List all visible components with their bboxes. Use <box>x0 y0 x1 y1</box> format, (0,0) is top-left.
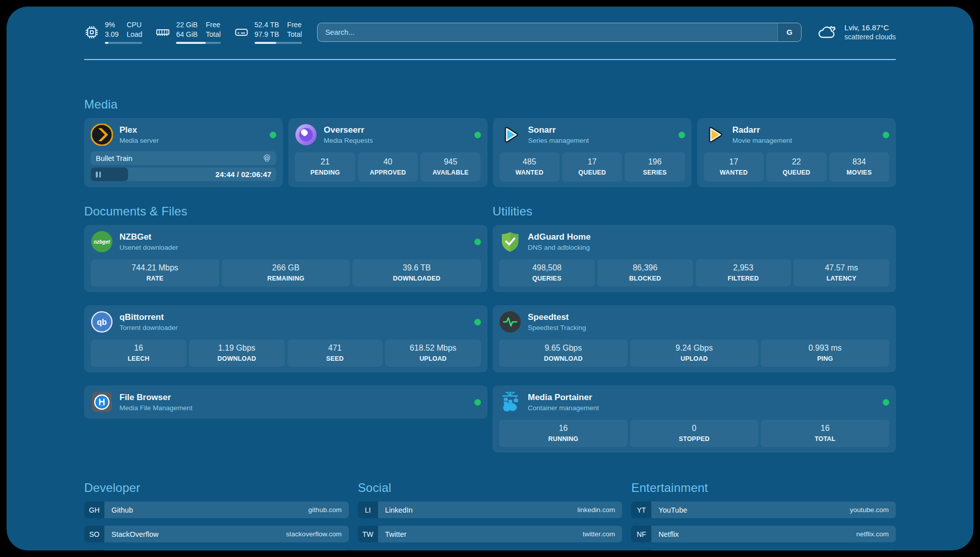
bookmark-abbr-badge: DT <box>84 550 104 550</box>
service-card-plex[interactable]: Plex Media server Bullet Train <box>84 118 283 187</box>
stat-label: REMAINING <box>224 275 348 282</box>
search-input[interactable] <box>318 23 777 41</box>
bookmark-name: Github <box>111 506 133 514</box>
status-online-dot <box>270 132 276 138</box>
bookmark-name: StackOverflow <box>111 530 158 538</box>
service-name: AdGuard Home <box>528 232 591 242</box>
stat-tile: 266 GB REMAINING <box>222 259 350 287</box>
bookmark-reddit[interactable]: RE Reddit reddit.com <box>631 550 896 550</box>
section-title-social: Social <box>358 481 623 495</box>
service-card-overseerr[interactable]: Overseerr Media Requests 21 PENDING 40 A… <box>288 118 487 187</box>
stat-value: 945 <box>422 157 478 166</box>
bookmark-netflix[interactable]: NF Netflix netflix.com <box>631 526 896 542</box>
bookmark-abbr-badge: YT <box>631 502 651 518</box>
stat-tile: 2,953 FILTERED <box>696 259 791 287</box>
service-subtitle: Media server <box>119 137 159 144</box>
stat-value: 9.65 Gbps <box>501 344 626 353</box>
bookmark-abbr-badge: LI <box>358 502 378 518</box>
svg-text:nzbget: nzbget <box>94 239 110 245</box>
stat-label: PENDING <box>297 169 353 176</box>
bookmark-stackoverflow[interactable]: SO StackOverflow stackoverflow.com <box>84 526 349 542</box>
stat-label: MOVIES <box>831 169 887 176</box>
stat-tile: 0.993 ms PING <box>761 340 889 367</box>
svg-text:qb: qb <box>97 318 107 326</box>
disk-free-label: Free <box>287 20 302 30</box>
stat-tile: 9.65 Gbps DOWNLOAD <box>499 340 628 367</box>
bookmark-abbr-badge: NF <box>631 526 651 542</box>
stat-label: DOWNLOAD <box>191 355 283 362</box>
stat-value: 618.52 Mbps <box>387 344 479 353</box>
memory-free-label: Free <box>206 20 221 30</box>
bookmark-dev[interactable]: DT DEV dev.to <box>84 550 349 550</box>
service-card-filebrowser[interactable]: File Browser Media File Management <box>84 385 487 419</box>
stat-tile: 22 QUEUED <box>766 152 826 182</box>
stat-tile: 196 SERIES <box>625 152 685 182</box>
section-title-documents: Documents & Files <box>84 204 487 218</box>
cpu-icon <box>84 25 99 40</box>
bookmark-abbr-badge: TW <box>358 526 378 542</box>
stat-tile: 16 TOTAL <box>761 420 889 447</box>
memory-progress-bar <box>176 42 220 44</box>
memory-free: 22 GiB <box>176 20 198 30</box>
service-card-nzbget[interactable]: nzbget NZBGet Usenet downloader 74 <box>84 225 487 292</box>
cpu-load: 3.09 <box>105 30 118 39</box>
bookmark-youtube[interactable]: YT YouTube youtube.com <box>631 502 896 518</box>
header-divider <box>84 59 896 60</box>
bookmark-domain: netflix.com <box>856 530 889 538</box>
stat-label: WANTED <box>502 169 558 176</box>
bookmark-domain: github.com <box>309 506 342 514</box>
stat-value: 2,953 <box>698 263 789 272</box>
cpu-progress-bar <box>105 42 142 44</box>
service-name: Plex <box>119 125 159 135</box>
stat-label: LEECH <box>93 355 185 362</box>
bookmark-domain: youtube.com <box>850 506 889 514</box>
service-card-qbittorrent[interactable]: qb qBittorrent Torrent downloader <box>84 305 487 372</box>
portainer-logo <box>499 391 521 413</box>
bookmark-abbr-badge: GH <box>84 502 104 518</box>
stat-label: AVAILABLE <box>422 169 478 176</box>
cloud-icon <box>817 23 838 42</box>
service-name: NZBGet <box>119 232 178 242</box>
stat-value: 266 GB <box>224 263 348 272</box>
status-online-dot <box>474 239 481 245</box>
status-online-dot <box>474 319 481 325</box>
stat-tile: 1.19 Gbps DOWNLOAD <box>189 340 285 367</box>
stat-value: 744.21 Mbps <box>93 263 217 272</box>
stat-value: 196 <box>627 157 683 166</box>
bookmark-linkedin[interactable]: LI LinkedIn linkedin.com <box>358 502 623 518</box>
stat-label: RATE <box>93 275 217 282</box>
status-online-dot <box>883 132 889 138</box>
stat-label: SEED <box>289 355 381 362</box>
weather-location-temp: Lviv, 16.87°C <box>844 23 896 32</box>
pause-button[interactable] <box>96 172 101 178</box>
adguard-logo <box>499 231 521 253</box>
overseerr-logo <box>295 124 317 146</box>
section-title-media: Media <box>84 97 896 112</box>
disk-total-label: Total <box>287 30 302 39</box>
service-card-radarr[interactable]: Radarr Movie management 17 WANTED 22 QUE… <box>697 118 896 187</box>
service-card-adguard[interactable]: AdGuard Home DNS and adblocking 498,508 … <box>493 225 896 292</box>
stat-label: DOWNLOADED <box>354 275 479 282</box>
stat-value: 17 <box>564 157 620 166</box>
service-card-portainer[interactable]: Media Portainer Container management 16 … <box>493 385 896 453</box>
sonarr-logo <box>500 124 522 146</box>
bookmark-twitter[interactable]: TW Twitter twitter.com <box>358 526 623 542</box>
service-subtitle: DNS and adblocking <box>528 244 591 251</box>
dashboard-window: 9% 3.09 CPU Load <box>7 7 973 550</box>
memory-icon <box>155 25 170 40</box>
bookmark-github[interactable]: GH Github github.com <box>84 502 349 518</box>
stat-label: QUEUED <box>564 169 620 176</box>
section-title-utilities: Utilities <box>493 204 896 218</box>
stat-value: 0 <box>632 424 757 433</box>
disk-stat: 52.4 TB 97.9 TB Free Total <box>234 20 302 44</box>
service-card-speedtest[interactable]: Speedtest Speedtest Tracking 9.65 Gbps D… <box>493 305 896 372</box>
stat-label: LATENCY <box>795 275 887 282</box>
cpu-usage: 9% <box>105 20 118 30</box>
stat-label: UPLOAD <box>387 355 479 362</box>
status-online-dot <box>474 132 481 138</box>
service-card-sonarr[interactable]: Sonarr Series management 485 WANTED 17 Q… <box>493 118 692 187</box>
search-provider-button[interactable]: G <box>777 23 801 41</box>
stat-tile: 40 APPROVED <box>358 152 418 182</box>
stat-label: DOWNLOAD <box>501 355 626 362</box>
stat-tile: 834 MOVIES <box>829 152 889 182</box>
